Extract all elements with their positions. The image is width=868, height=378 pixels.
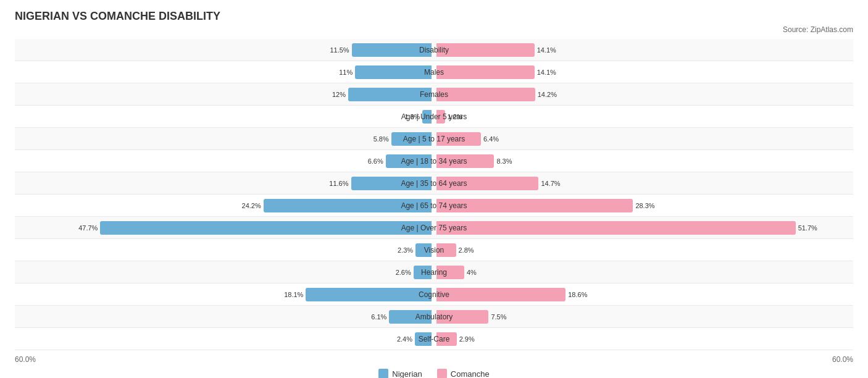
axis-right: 60.0% xyxy=(832,355,853,364)
value-left: 2.4% xyxy=(397,335,412,343)
bar-label: Ambulatory xyxy=(415,313,453,321)
bar-label: Hearing xyxy=(421,268,447,277)
chart-container: 11.5% Disability 14.1% 11% Males 14.1% 1… xyxy=(15,39,853,378)
bar-label: Age | 5 to 17 years xyxy=(403,135,465,143)
left-section: 6.1% xyxy=(15,310,434,324)
chart-rows: 11.5% Disability 14.1% 11% Males 14.1% 1… xyxy=(15,39,853,350)
table-row: 11.5% Disability 14.1% xyxy=(15,39,853,61)
value-right: 2.8% xyxy=(459,246,474,254)
bar-left xyxy=(355,65,432,79)
comanche-color-box xyxy=(437,369,447,378)
left-section: 5.8% xyxy=(15,132,434,146)
right-section: 6.4% xyxy=(434,132,853,146)
value-left: 18.1% xyxy=(284,291,303,298)
left-section: 11.6% xyxy=(15,177,434,190)
bar-label: Cognitive xyxy=(419,290,449,299)
table-row: 18.1% Cognitive 18.6% xyxy=(15,284,853,306)
right-section: 2.9% xyxy=(434,332,853,346)
table-row: 11.6% Age | 35 to 64 years 14.7% xyxy=(15,172,853,195)
value-left: 2.3% xyxy=(398,246,413,254)
left-section: 1.3% xyxy=(15,110,434,124)
source-label: Source: ZipAtlas.com xyxy=(15,25,853,34)
axis-row: 60.0% 60.0% xyxy=(15,353,853,366)
table-row: 2.3% Vision 2.8% xyxy=(15,239,853,261)
page-title: NIGERIAN VS COMANCHE DISABILITY xyxy=(15,10,853,23)
bar-right xyxy=(436,221,796,235)
value-right: 14.2% xyxy=(538,91,557,98)
left-section: 24.2% xyxy=(15,199,434,212)
value-right: 51.7% xyxy=(798,224,817,232)
value-left: 11.5% xyxy=(330,46,349,54)
value-right: 6.4% xyxy=(483,135,499,143)
table-row: 5.8% Age | 5 to 17 years 6.4% xyxy=(15,128,853,150)
value-right: 14.7% xyxy=(541,180,560,187)
bar-label: Age | 35 to 64 years xyxy=(401,179,467,188)
legend: Nigerian Comanche xyxy=(15,369,853,378)
right-section: 7.5% xyxy=(434,310,853,324)
bar-right xyxy=(436,88,535,101)
comanche-label: Comanche xyxy=(451,369,490,379)
bar-left xyxy=(306,288,432,301)
nigerian-label: Nigerian xyxy=(392,369,422,379)
right-section: 1.2% xyxy=(434,110,853,124)
right-section: 14.1% xyxy=(434,43,853,57)
right-section: 4% xyxy=(434,266,853,279)
right-section: 18.6% xyxy=(434,288,853,301)
table-row: 2.6% Hearing 4% xyxy=(15,261,853,284)
value-right: 18.6% xyxy=(568,291,587,298)
bar-label: Age | 65 to 74 years xyxy=(401,201,467,210)
right-section: 28.3% xyxy=(434,199,853,212)
value-right: 8.3% xyxy=(496,158,512,165)
value-right: 14.1% xyxy=(537,46,556,54)
right-section: 8.3% xyxy=(434,154,853,168)
bar-label: Self-Care xyxy=(419,335,450,343)
table-row: 6.1% Ambulatory 7.5% xyxy=(15,306,853,328)
left-section: 6.6% xyxy=(15,154,434,168)
bar-label: Vision xyxy=(424,246,444,254)
left-section: 2.4% xyxy=(15,332,434,346)
value-left: 47.7% xyxy=(78,224,98,232)
legend-comanche: Comanche xyxy=(437,369,490,378)
value-left: 24.2% xyxy=(242,202,261,209)
nigerian-color-box xyxy=(378,369,388,378)
axis-left: 60.0% xyxy=(15,355,36,364)
value-left: 11.6% xyxy=(329,180,348,187)
bar-left xyxy=(100,221,432,235)
legend-nigerian: Nigerian xyxy=(378,369,422,378)
right-section: 51.7% xyxy=(434,221,853,235)
table-row: 1.3% Age | Under 5 years 1.2% xyxy=(15,106,853,128)
bar-right xyxy=(436,43,535,57)
bar-right xyxy=(436,288,565,301)
table-row: 12% Females 14.2% xyxy=(15,83,853,106)
value-left: 6.6% xyxy=(368,158,383,165)
value-right: 4% xyxy=(467,269,477,276)
table-row: 2.4% Self-Care 2.9% xyxy=(15,328,853,350)
value-right: 2.9% xyxy=(459,335,475,343)
value-left: 6.1% xyxy=(371,313,386,321)
bar-right xyxy=(436,65,535,79)
value-right: 14.1% xyxy=(537,69,556,76)
left-section: 47.7% xyxy=(15,221,434,235)
left-section: 2.3% xyxy=(15,243,434,257)
left-section: 11.5% xyxy=(15,43,434,57)
bar-label: Males xyxy=(424,68,444,77)
value-left: 12% xyxy=(332,91,346,98)
bar-label: Age | 18 to 34 years xyxy=(401,157,467,166)
bar-label: Age | Under 5 years xyxy=(401,112,467,121)
bar-left xyxy=(348,88,432,101)
left-section: 11% xyxy=(15,65,434,79)
bar-label: Disability xyxy=(419,46,449,54)
left-section: 18.1% xyxy=(15,288,434,301)
left-section: 2.6% xyxy=(15,266,434,279)
bar-label: Females xyxy=(420,90,448,99)
value-left: 11% xyxy=(339,69,353,76)
table-row: 11% Males 14.1% xyxy=(15,61,853,83)
table-row: 6.6% Age | 18 to 34 years 8.3% xyxy=(15,150,853,172)
table-row: 24.2% Age | 65 to 74 years 28.3% xyxy=(15,195,853,217)
right-section: 14.2% xyxy=(434,88,853,101)
bar-label: Age | Over 75 years xyxy=(401,224,467,232)
left-section: 12% xyxy=(15,88,434,101)
right-section: 2.8% xyxy=(434,243,853,257)
right-section: 14.7% xyxy=(434,177,853,190)
value-right: 7.5% xyxy=(491,313,506,321)
